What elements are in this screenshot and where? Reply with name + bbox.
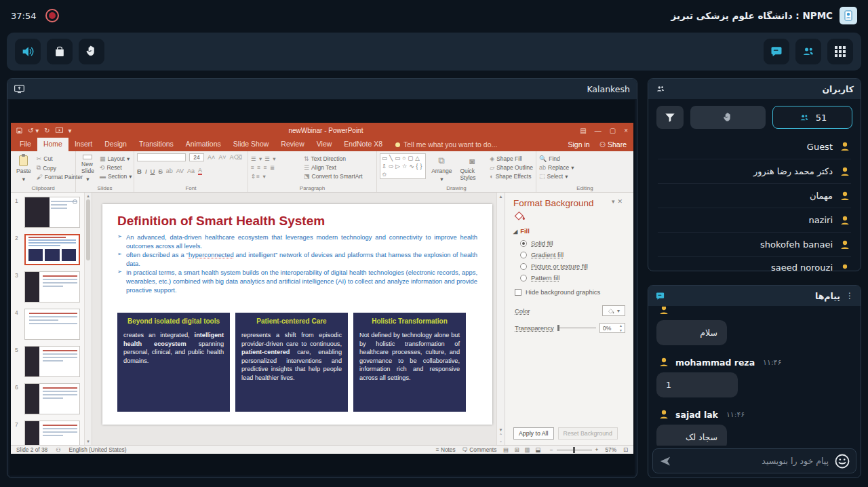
shape-gallery[interactable]: ▭╲▭○▢ △⇩⇨▷☆ ∿{}✩ — [380, 153, 426, 179]
redo-icon[interactable]: ↻ — [44, 127, 50, 134]
zoom-level[interactable]: 57% — [605, 446, 616, 453]
slide-thumbnail-5[interactable]: 5 — [15, 346, 90, 377]
chat-toggle-button[interactable] — [764, 39, 789, 64]
shape-outline-button[interactable]: ▱Shape Outline — [490, 164, 533, 171]
convert-smartart-button[interactable]: ⬔Convert to SmartArt — [304, 173, 363, 180]
restore-icon[interactable]: ▢ — [610, 127, 616, 134]
underline-button[interactable]: U — [151, 168, 155, 175]
quick-styles-button[interactable]: ◙ Quick Styles — [457, 153, 487, 184]
raise-hand-button[interactable] — [79, 39, 104, 64]
ppt-tab-slide-show[interactable]: Slide Show — [227, 138, 275, 151]
audio-button[interactable] — [15, 39, 41, 64]
slide-thumb-preview[interactable] — [24, 197, 80, 228]
align-text-button[interactable]: ☰Align Text — [304, 164, 363, 171]
share-button[interactable]: ⚇ Share — [599, 140, 627, 149]
bullets-button[interactable]: ☰ ▾ ☰ ▾ — [251, 155, 301, 162]
fill-option[interactable]: Solid fill — [520, 239, 625, 247]
clear-format-icon[interactable]: A⌫ — [230, 154, 243, 161]
ppt-tab-design[interactable]: Design — [98, 138, 133, 151]
message-input[interactable] — [677, 456, 829, 466]
change-case-button[interactable]: Aa — [187, 168, 195, 174]
user-row[interactable]: دکتر محمد رضا هنرور — [658, 159, 851, 183]
radio-icon[interactable] — [520, 275, 527, 281]
emoji-icon[interactable] — [834, 453, 850, 469]
ppt-tab-review[interactable]: Review — [275, 138, 310, 151]
strikethrough-button[interactable]: S — [158, 168, 162, 175]
pane-close-icon[interactable]: ✕ — [617, 198, 625, 205]
ppt-tab-file[interactable]: File — [14, 138, 37, 151]
slide-thumbnail-4[interactable]: 4 — [15, 309, 90, 340]
hide-background-checkbox[interactable]: Hide background graphics — [515, 288, 625, 296]
char-spacing-button[interactable]: AV — [176, 168, 184, 174]
filter-users-button[interactable] — [656, 106, 684, 129]
slide-thumbnail-1[interactable]: 1 — [15, 197, 90, 228]
start-slideshow-icon[interactable] — [56, 128, 63, 134]
shape-fill-button[interactable]: ◈Shape Fill — [490, 155, 533, 162]
section-button[interactable]: ▬Section ▾ — [100, 173, 132, 180]
ppt-tab-view[interactable]: View — [311, 138, 338, 151]
apply-to-all-button[interactable]: Apply to All — [513, 427, 554, 440]
replace-button[interactable]: abReplace ▾ — [539, 164, 574, 171]
text-direction-button[interactable]: ⇅Text Direction — [304, 155, 363, 162]
reset-button[interactable]: ⟲Reset — [100, 164, 132, 171]
close-icon[interactable]: × — [624, 127, 628, 134]
paste-button[interactable]: Paste▾ — [14, 153, 34, 184]
slide-thumb-preview[interactable] — [24, 234, 80, 265]
participant-count-button[interactable]: 51 — [772, 106, 852, 129]
minimize-icon[interactable]: — — [595, 127, 601, 134]
transparency-slider[interactable] — [557, 328, 596, 328]
slide-thumbnail-2[interactable]: 2 — [15, 234, 90, 265]
ribbon-options-icon[interactable]: ▤ — [580, 127, 586, 134]
slide-thumb-preview[interactable] — [24, 383, 80, 414]
thumbnail-scrollbar[interactable]: ▲▼ — [84, 193, 92, 445]
slide-scrollbar[interactable]: ▲ ▼⌃⌄ — [496, 193, 505, 445]
slide-thumb-preview[interactable] — [24, 421, 80, 445]
user-row[interactable]: shokofeh banaei — [658, 232, 851, 256]
messages-menu-icon[interactable]: ⋮ — [846, 291, 854, 300]
undo-icon[interactable]: ↺ ▾ — [28, 127, 39, 134]
radio-icon[interactable] — [520, 240, 527, 247]
tell-me-box[interactable]: Tell me what you want to do... — [389, 138, 504, 151]
send-message-icon[interactable] — [658, 456, 672, 467]
fill-section-header[interactable]: ◢Fill — [513, 227, 625, 235]
ppt-tab-endnote-x8[interactable]: EndNote X8 — [338, 138, 389, 151]
apps-grid-button[interactable] — [827, 39, 853, 64]
notes-button[interactable]: ≡ Notes — [436, 446, 456, 453]
record-indicator-icon[interactable] — [45, 9, 59, 22]
slide-thumbnail-6[interactable]: 6 — [15, 383, 90, 414]
comments-button[interactable]: 🗨 Comments — [462, 446, 497, 453]
shadow-button[interactable]: ab — [166, 168, 173, 174]
user-row[interactable]: Guest — [658, 134, 851, 159]
shrink-font-icon[interactable]: A˅ — [218, 154, 226, 161]
user-row[interactable]: naziri — [658, 208, 851, 232]
slide-thumbnail-3[interactable]: 3 — [15, 271, 90, 303]
ppt-tab-animations[interactable]: Animations — [180, 138, 227, 151]
radio-icon[interactable] — [520, 252, 527, 258]
align-buttons[interactable]: ≡ ≡ ≡ ≣ — [251, 164, 301, 171]
color-picker-button[interactable]: ▾ — [602, 305, 625, 316]
raised-hands-button[interactable] — [690, 106, 766, 129]
grow-font-icon[interactable]: A˄ — [208, 154, 215, 161]
slide-thumb-preview[interactable] — [24, 309, 80, 340]
user-row[interactable]: saeed norouzi — [658, 256, 851, 271]
fit-slide-icon[interactable]: ⊡ — [623, 446, 628, 453]
fill-option[interactable]: Picture or texture fill — [520, 262, 625, 270]
fill-option[interactable]: Gradient fill — [520, 251, 625, 258]
user-row[interactable]: مهمان — [658, 183, 851, 208]
files-button[interactable] — [47, 39, 73, 64]
transparency-value[interactable]: 0%▲▼ — [599, 323, 625, 333]
select-button[interactable]: ⬚Select ▾ — [539, 173, 574, 180]
language-indicator[interactable]: English (United States) — [69, 446, 127, 453]
new-slide-button[interactable]: New Slide▾ — [79, 153, 97, 184]
slide-canvas[interactable]: Definition of Smart Health System ➢An ad… — [102, 204, 492, 425]
reset-background-button[interactable]: Reset Background — [558, 427, 618, 440]
fill-option[interactable]: Pattern fill — [520, 274, 625, 281]
ppt-tab-home[interactable]: Home — [37, 138, 68, 151]
users-toggle-button[interactable] — [795, 39, 821, 64]
slide-thumb-preview[interactable] — [24, 271, 80, 303]
arrange-button[interactable]: ⧉ Arrange▾ — [429, 153, 454, 184]
find-button[interactable]: 🔍Find — [539, 155, 574, 162]
zoom-slider[interactable]: −+ — [550, 446, 599, 453]
slide-thumbnail-7[interactable]: 7 — [15, 421, 90, 445]
shape-effects-button[interactable]: ◐Shape Effects — [490, 173, 533, 180]
